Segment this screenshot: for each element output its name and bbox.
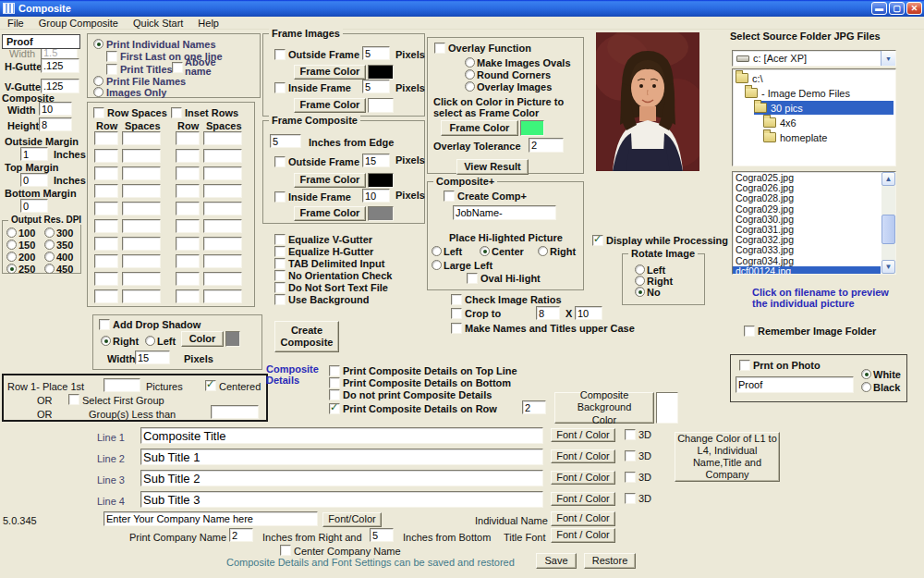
checkbox-centered[interactable] [205, 380, 216, 391]
row-space-cell[interactable] [94, 254, 118, 268]
row-space-cell[interactable] [122, 237, 161, 251]
checkbox-check-ratios[interactable] [451, 294, 462, 305]
checkbox-first-last-one-line[interactable] [106, 51, 117, 62]
fi-outside-color-button[interactable]: Frame Color [294, 65, 366, 80]
top-margin-field[interactable] [20, 173, 48, 187]
checkbox-above-name[interactable] [172, 62, 183, 73]
line1-font-color-button[interactable]: Font / Color [551, 428, 615, 442]
radio-dpi-450[interactable] [44, 264, 55, 274]
radio-large-left[interactable] [432, 260, 442, 270]
line2-field[interactable] [140, 449, 543, 465]
row-space-cell[interactable] [122, 149, 161, 163]
radio-photo-white[interactable] [861, 369, 871, 379]
company-font-color-button[interactable]: Font/Color [322, 512, 382, 527]
fc-edge-field[interactable] [270, 134, 301, 148]
checkbox-print-on-photo[interactable] [739, 360, 750, 371]
menu-file[interactable]: File [0, 18, 31, 29]
radio-dpi-400[interactable] [44, 252, 55, 262]
close-button[interactable]: ✕ [906, 2, 922, 15]
checkbox-fc-inside-frame[interactable] [274, 191, 286, 203]
shadow-width-field[interactable] [135, 350, 170, 364]
fi-inside-color-button[interactable]: Frame Color [294, 98, 366, 113]
row-space-cell[interactable] [176, 289, 200, 303]
line2-font-color-button[interactable]: Font / Color [551, 449, 615, 463]
row-space-cell[interactable] [176, 254, 200, 268]
radio-dpi-150[interactable] [6, 240, 17, 250]
row-space-cell[interactable] [176, 149, 200, 163]
checkbox-row-spaces[interactable] [93, 107, 104, 118]
chevron-down-icon[interactable]: ▼ [881, 51, 895, 66]
row-space-cell[interactable] [176, 219, 200, 233]
checkbox-center-company[interactable] [280, 545, 291, 556]
groups-less-field[interactable] [211, 405, 259, 419]
row-space-cell[interactable] [122, 166, 161, 180]
row-space-cell[interactable] [94, 289, 118, 303]
checkbox-equalize-v-gutter[interactable] [274, 234, 286, 245]
row-space-cell[interactable] [122, 219, 161, 233]
radio-overlay-images[interactable] [465, 81, 475, 92]
row-space-cell[interactable] [203, 166, 242, 180]
row-space-cell[interactable] [94, 237, 118, 251]
checkbox-line3-3d[interactable] [625, 472, 636, 483]
preview-photo[interactable] [596, 32, 699, 171]
tree-item-root[interactable]: c:\ [736, 71, 763, 85]
checkbox-crop-to[interactable] [451, 308, 462, 319]
radio-rotate-no[interactable] [635, 287, 645, 297]
overlay-frame-color-swatch[interactable] [520, 120, 544, 136]
fi-outside-color-swatch[interactable] [368, 65, 394, 80]
row-space-cell[interactable] [94, 166, 118, 180]
print-on-photo-field[interactable] [736, 376, 854, 393]
radio-dpi-350[interactable] [44, 240, 55, 250]
fc-outside-color-swatch[interactable] [368, 173, 394, 188]
scrollbar-down-icon[interactable]: ▼ [881, 260, 895, 274]
row-space-cell[interactable] [122, 272, 161, 286]
row-space-cell[interactable] [203, 254, 242, 268]
radio-print-individual-names[interactable] [93, 39, 103, 49]
shadow-color-button[interactable]: Color [181, 331, 224, 347]
row-space-cell[interactable] [94, 184, 118, 198]
crop-height-field[interactable] [575, 306, 602, 320]
menu-group-composite[interactable]: Group Composite [31, 18, 126, 29]
radio-dpi-300[interactable] [44, 228, 55, 238]
radio-rotate-left[interactable] [635, 264, 645, 275]
checkbox-fi-outside-frame[interactable] [274, 49, 286, 60]
save-button[interactable]: Save [536, 553, 577, 569]
row-space-cell[interactable] [203, 219, 242, 233]
change-color-button[interactable]: Change Color of L1 to L4, Individual Nam… [675, 432, 780, 482]
scrollbar-up-icon[interactable]: ▲ [881, 172, 895, 186]
radio-print-file-names[interactable] [93, 76, 103, 86]
tree-item-homeplate[interactable]: homeplate [763, 130, 827, 144]
checkbox-inset-rows[interactable] [171, 107, 182, 118]
file-item-selected[interactable]: dcf00124.jpg [733, 266, 881, 275]
checkbox-no-sort[interactable] [274, 282, 286, 293]
fc-inside-color-swatch[interactable] [368, 206, 394, 221]
title-font-color-button[interactable]: Font / Color [551, 528, 615, 543]
bottom-margin-field[interactable] [20, 199, 48, 213]
checkbox-add-drop-shadow[interactable] [99, 319, 110, 330]
composite-bg-color-button[interactable]: Composite Background Color [554, 392, 654, 424]
line4-font-color-button[interactable]: Font / Color [551, 492, 615, 506]
drive-combobox[interactable]: c: [Acer XP] ▼ [732, 50, 896, 67]
row-space-cell[interactable] [176, 184, 200, 198]
row-space-cell[interactable] [176, 202, 200, 215]
row-space-cell[interactable] [176, 237, 200, 251]
fi-inside-pixels-field[interactable] [362, 80, 390, 93]
row-space-cell[interactable] [176, 272, 200, 286]
row-space-cell[interactable] [94, 131, 118, 145]
radio-place-center[interactable] [480, 246, 490, 256]
v-gutter-field[interactable] [41, 79, 79, 93]
checkbox-no-orientation[interactable] [274, 270, 286, 281]
outside-margin-field[interactable] [20, 147, 48, 161]
checkbox-fi-inside-frame[interactable] [274, 82, 286, 93]
row-space-cell[interactable] [203, 237, 242, 251]
company-name-field[interactable] [103, 511, 318, 526]
menu-quick-start[interactable]: Quick Start [126, 18, 190, 29]
tree-item-image-demo[interactable]: - Image Demo Files [745, 86, 850, 100]
checkbox-details-on-row[interactable] [329, 403, 340, 414]
composite-width-field[interactable] [39, 102, 72, 116]
checkbox-oval-hilight[interactable] [467, 273, 478, 284]
checkbox-create-comp-plus[interactable] [444, 191, 455, 202]
row-space-cell[interactable] [176, 166, 200, 180]
row-space-cell[interactable] [122, 202, 161, 215]
row-space-cell[interactable] [203, 184, 242, 198]
